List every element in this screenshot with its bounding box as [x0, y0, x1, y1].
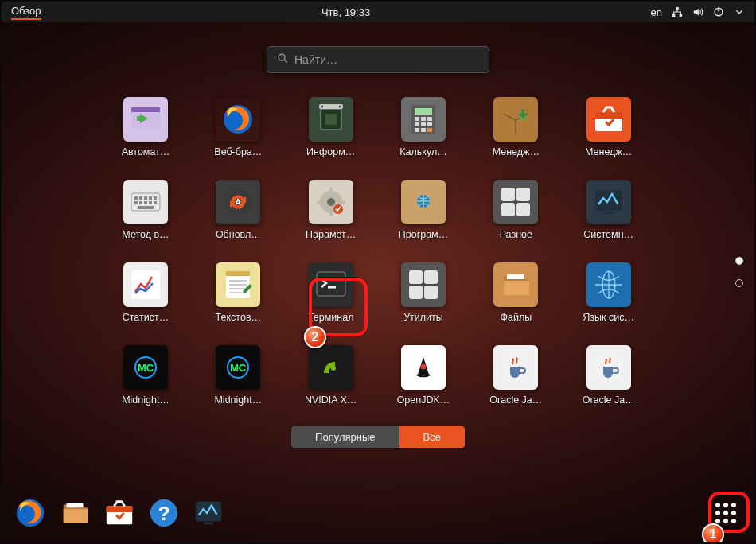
- app-label: Веб-бра…: [214, 146, 262, 157]
- app-label: Автомат…: [122, 146, 170, 157]
- activities-label: Обзор: [11, 5, 41, 20]
- toggle-all-button[interactable]: Все: [399, 426, 465, 448]
- svg-rect-2: [680, 14, 683, 17]
- app-launcher[interactable]: Информ…: [293, 97, 369, 157]
- search-icon: [277, 52, 288, 67]
- app-launcher[interactable]: OpenJDK…: [385, 345, 462, 406]
- app-launcher[interactable]: Текстов…: [200, 262, 276, 323]
- app-label: Калькул…: [399, 146, 446, 157]
- store-icon: [586, 97, 631, 142]
- java-duke-icon: [401, 345, 446, 390]
- chip-icon: [309, 97, 353, 142]
- svg-rect-4: [718, 7, 719, 11]
- app-launcher[interactable]: Парамет…: [293, 180, 369, 240]
- app-label: Разное: [500, 229, 532, 240]
- mc-blue-icon: [123, 345, 168, 390]
- files-icon: [493, 262, 538, 307]
- dock-item-help[interactable]: [146, 495, 181, 530]
- app-label: Текстов…: [216, 312, 261, 323]
- app-launcher[interactable]: Терминал: [293, 262, 369, 323]
- dock-item-monitor[interactable]: [191, 495, 226, 530]
- dock-item-files[interactable]: [57, 495, 92, 530]
- app-label: Менедж…: [585, 146, 632, 157]
- app-launcher[interactable]: NVIDIA X…: [293, 345, 369, 406]
- show-applications-button[interactable]: [708, 495, 743, 530]
- locale-icon: [586, 262, 631, 307]
- dock-item-firefox[interactable]: [13, 495, 48, 530]
- app-launcher[interactable]: Менедж…: [477, 97, 554, 157]
- app-launcher[interactable]: Програм…: [385, 180, 462, 240]
- network-icon[interactable]: [672, 6, 683, 17]
- app-launcher[interactable]: Утилиты: [385, 262, 462, 323]
- backup-icon: [123, 97, 168, 142]
- app-label: Програм…: [399, 229, 448, 240]
- dock: [2, 492, 754, 534]
- app-label: OpenJDK…: [397, 394, 450, 406]
- activities-button[interactable]: Обзор: [11, 5, 41, 20]
- svg-rect-0: [676, 7, 679, 10]
- search-input[interactable]: [294, 53, 479, 66]
- svg-rect-1: [672, 14, 676, 17]
- app-launcher[interactable]: Метод в…: [107, 180, 184, 240]
- top-bar: Обзор Чтв, 19:33 en: [2, 2, 754, 22]
- workspace-indicator[interactable]: [735, 257, 743, 287]
- java-cup-icon: [493, 345, 538, 390]
- chevron-down-icon: [734, 6, 745, 17]
- app-launcher[interactable]: Midnight…: [200, 345, 276, 406]
- package-down-icon: [493, 97, 538, 142]
- application-grid: Автомат…Веб-бра…Информ…Калькул…Менедж…Ме…: [107, 97, 649, 406]
- monitor-icon: [586, 180, 631, 224]
- app-launcher[interactable]: Статист…: [107, 262, 184, 323]
- chart-icon: [123, 262, 168, 307]
- system-tray[interactable]: en: [651, 6, 745, 18]
- app-label: Парамет…: [306, 229, 356, 240]
- app-label: Обновл…: [216, 229, 261, 240]
- app-label: Системн…: [583, 229, 633, 240]
- folder-icon: [493, 180, 538, 224]
- clock[interactable]: Чтв, 19:33: [321, 6, 370, 18]
- app-label: Midnight…: [214, 394, 262, 406]
- notepad-icon: [216, 262, 260, 307]
- toggle-frequent-button[interactable]: Популярные: [291, 426, 399, 448]
- search-box[interactable]: [267, 46, 489, 73]
- mc-blue-icon: [216, 345, 260, 390]
- firefox-icon: [216, 97, 260, 142]
- keyboard-icon: [123, 180, 168, 224]
- workspace-dot-active[interactable]: [735, 257, 743, 265]
- app-launcher[interactable]: Разное: [477, 180, 554, 240]
- folder-icon: [401, 262, 446, 307]
- globe-box-icon: [401, 180, 446, 224]
- terminal-icon: [309, 262, 353, 307]
- keyboard-layout-indicator[interactable]: en: [651, 6, 662, 18]
- app-label: Информ…: [306, 146, 355, 157]
- dock-item-software[interactable]: [102, 495, 137, 530]
- app-launcher[interactable]: Midnight…: [107, 345, 184, 406]
- svg-point-5: [279, 54, 285, 60]
- app-launcher[interactable]: Язык сис…: [571, 262, 647, 323]
- app-label: Менедж…: [493, 146, 540, 157]
- app-launcher[interactable]: Oracle Ja…: [477, 345, 554, 406]
- app-label: Язык сис…: [583, 312, 634, 323]
- workspace-dot[interactable]: [735, 279, 743, 287]
- settings-icon: [309, 180, 353, 224]
- app-launcher[interactable]: Oracle Ja…: [571, 345, 647, 406]
- nvidia-icon: [309, 345, 353, 390]
- app-label: Терминал: [308, 312, 354, 323]
- app-launcher[interactable]: Обновл…: [200, 180, 276, 240]
- view-toggle: Популярные Все: [291, 426, 465, 448]
- app-launcher[interactable]: Системн…: [571, 180, 647, 240]
- app-label: Статист…: [123, 312, 169, 323]
- app-label: Oracle Ja…: [489, 394, 542, 406]
- app-label: Файлы: [500, 312, 532, 323]
- app-label: Oracle Ja…: [583, 394, 635, 406]
- volume-icon[interactable]: [692, 6, 703, 17]
- app-launcher[interactable]: Веб-бра…: [200, 97, 276, 157]
- app-launcher[interactable]: Калькул…: [385, 97, 462, 157]
- app-launcher[interactable]: Менедж…: [571, 97, 647, 157]
- power-icon[interactable]: [713, 6, 724, 17]
- app-launcher[interactable]: Автомат…: [107, 97, 184, 157]
- app-label: NVIDIA X…: [305, 394, 357, 406]
- app-label: Метод в…: [122, 229, 169, 240]
- app-launcher[interactable]: Файлы: [477, 262, 554, 323]
- app-label: Midnight…: [122, 394, 170, 406]
